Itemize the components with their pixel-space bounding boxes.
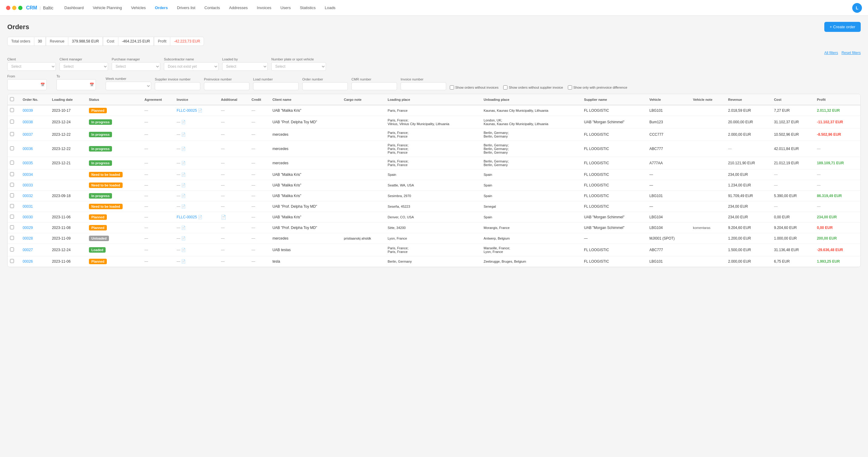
filter-week-select[interactable]: [105, 82, 151, 90]
row-checkbox[interactable]: [10, 183, 14, 187]
row-checkbox[interactable]: [10, 172, 14, 176]
pdf-icon[interactable]: 📄: [221, 215, 226, 219]
row-checkbox[interactable]: [10, 259, 14, 263]
pdf-doc-icon[interactable]: 📄: [181, 173, 186, 177]
filter-loaded-by-select[interactable]: Select: [222, 62, 268, 71]
nav-statistics[interactable]: Statistics: [296, 4, 319, 12]
minimize-button[interactable]: [12, 6, 17, 10]
pdf-doc-icon[interactable]: 📄: [181, 259, 186, 264]
nav-contacts[interactable]: Contacts: [201, 4, 224, 12]
pdf-doc-icon[interactable]: 📄: [181, 194, 186, 198]
col-loading-date: Loading date: [50, 94, 87, 105]
pdf-doc-icon[interactable]: 📄: [181, 120, 186, 124]
row-checkbox[interactable]: [10, 120, 14, 124]
nav-loads[interactable]: Loads: [321, 4, 339, 12]
row-checkbox[interactable]: [10, 161, 14, 164]
pdf-doc-icon[interactable]: 📄: [181, 183, 186, 187]
order-link[interactable]: 00027: [23, 248, 33, 252]
row-checkbox[interactable]: [10, 247, 14, 251]
filter-load-number-input[interactable]: [253, 82, 299, 90]
maximize-button[interactable]: [18, 6, 23, 10]
nav-vehicles[interactable]: Vehicles: [127, 4, 149, 12]
invoice-link[interactable]: FLLC-00025: [177, 109, 197, 113]
order-link[interactable]: 00033: [23, 183, 33, 187]
pdf-doc-icon[interactable]: 📄: [198, 109, 203, 113]
order-link[interactable]: 00032: [23, 194, 33, 198]
order-link[interactable]: 00030: [23, 215, 33, 219]
nav-users[interactable]: Users: [277, 4, 294, 12]
filter-supplier-invoice-input[interactable]: [155, 82, 200, 90]
checkbox-without-supplier[interactable]: [503, 85, 507, 90]
order-link[interactable]: 00028: [23, 236, 33, 241]
order-link[interactable]: 00036: [23, 147, 33, 151]
pdf-doc-icon[interactable]: 📄: [181, 248, 186, 252]
filter-subcontractor-select[interactable]: Does not exist yet: [164, 62, 219, 71]
additional-dash: —: [221, 248, 225, 252]
close-button[interactable]: [6, 6, 10, 10]
row-checkbox[interactable]: [10, 204, 14, 208]
filter-invoice-number-input[interactable]: [401, 82, 446, 90]
checkbox-preinvoice-diff[interactable]: [568, 85, 572, 90]
all-filters-link[interactable]: All filters: [824, 51, 838, 55]
filter-preinvoice-label: Preinvoice number: [204, 78, 249, 81]
order-link[interactable]: 00039: [23, 109, 33, 113]
order-link[interactable]: 00038: [23, 120, 33, 124]
order-link[interactable]: 00031: [23, 204, 33, 209]
additional-dash: —: [221, 225, 225, 230]
nav-dashboard[interactable]: Dashboard: [61, 4, 87, 12]
nav-orders[interactable]: Orders: [151, 4, 172, 12]
filter-client-select[interactable]: Select: [7, 62, 56, 71]
row-checkbox[interactable]: [10, 108, 14, 112]
order-link[interactable]: 00035: [23, 161, 33, 165]
additional-dash: —: [221, 204, 225, 209]
nav-invoices[interactable]: Invoices: [253, 4, 275, 12]
pdf-doc-icon[interactable]: 📄: [181, 204, 186, 209]
checkbox-without-invoices[interactable]: [450, 85, 454, 90]
pdf-doc-icon[interactable]: 📄: [198, 215, 203, 219]
pdf-doc-icon[interactable]: 📄: [181, 236, 186, 241]
row-checkbox[interactable]: [10, 215, 14, 219]
filter-client-manager-select[interactable]: Select: [60, 62, 108, 71]
create-order-button[interactable]: + Create order: [824, 22, 861, 32]
status-badge: In progress: [89, 160, 112, 166]
topbar: CRM | Baltic Dashboard Vehicle Planning …: [0, 0, 868, 16]
filter-links: All filters Reset filters: [7, 51, 861, 55]
nav-addresses[interactable]: Addresses: [225, 4, 251, 12]
row-supplier-name: UAB "Morgan Schimmel": [582, 222, 647, 233]
pdf-doc-icon[interactable]: 📄: [181, 161, 186, 165]
nav-vehicle-planning[interactable]: Vehicle Planning: [89, 4, 126, 12]
order-link[interactable]: 00026: [23, 259, 33, 264]
stat-cost: Cost -464.224,15 EUR: [103, 37, 154, 46]
row-checkbox[interactable]: [10, 225, 14, 229]
row-checkbox[interactable]: [10, 132, 14, 136]
calendar-icon[interactable]: 📅: [40, 83, 45, 87]
filter-cmr-input[interactable]: [351, 82, 397, 90]
filter-order-number-input[interactable]: [302, 82, 348, 90]
pdf-doc-icon[interactable]: 📄: [181, 225, 186, 230]
row-checkbox[interactable]: [10, 236, 14, 240]
order-link[interactable]: 00034: [23, 173, 33, 177]
table-row: 00026 2023-11-06 Planned — — 📄 — — tesla…: [8, 256, 860, 267]
row-additional: 📄: [219, 212, 249, 222]
filter-purchase-manager-select[interactable]: Select: [112, 62, 160, 71]
invoice-link[interactable]: FLLC-00025: [177, 215, 197, 219]
row-order-no: 00029: [20, 222, 50, 233]
select-all-checkbox[interactable]: [10, 97, 14, 101]
row-checkbox[interactable]: [10, 193, 14, 197]
pdf-doc-icon[interactable]: 📄: [181, 147, 186, 151]
reset-filters-link[interactable]: Reset filters: [842, 51, 861, 55]
pdf-doc-icon[interactable]: 📄: [181, 132, 186, 136]
filter-from-input[interactable]: [10, 81, 40, 88]
order-link[interactable]: 00037: [23, 132, 33, 136]
filter-number-plate-select[interactable]: Select: [271, 62, 326, 71]
filter-to-input[interactable]: [59, 81, 90, 88]
avatar[interactable]: L: [852, 3, 862, 13]
order-link[interactable]: 00029: [23, 225, 33, 230]
row-checkbox[interactable]: [10, 146, 14, 150]
row-revenue: 2.000,00 EUR: [726, 128, 772, 141]
row-credit: —: [249, 180, 270, 191]
filter-preinvoice-input[interactable]: [204, 82, 249, 90]
calendar-to-icon[interactable]: 📅: [90, 83, 94, 87]
filter-load-number-label: Load number: [253, 78, 299, 81]
nav-drivers-list[interactable]: Drivers list: [173, 4, 199, 12]
